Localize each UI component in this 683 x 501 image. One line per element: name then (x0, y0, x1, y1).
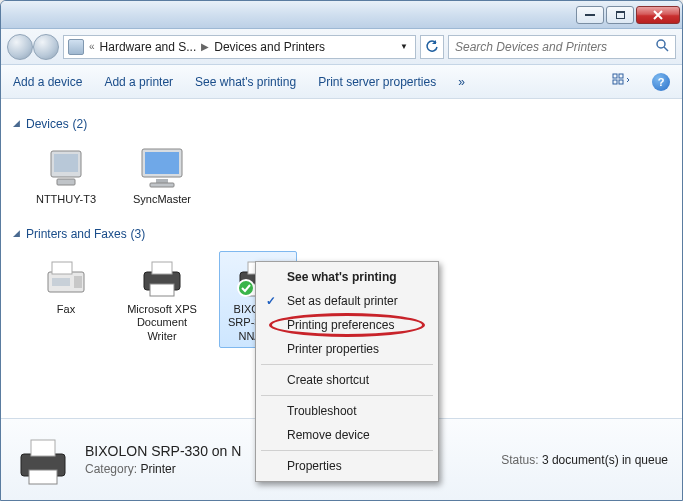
help-button[interactable]: ? (652, 73, 670, 91)
explorer-window: « Hardware and S... ▶ Devices and Printe… (0, 0, 683, 501)
svg-rect-19 (150, 284, 174, 296)
nav-buttons (7, 34, 59, 60)
svg-rect-3 (619, 74, 623, 78)
svg-rect-14 (52, 262, 72, 274)
svg-rect-8 (57, 179, 75, 185)
close-button[interactable] (636, 6, 680, 24)
breadcrumb-sep: « (86, 41, 98, 52)
device-item[interactable]: SyncMaster (123, 141, 201, 211)
breadcrumb-item[interactable]: Hardware and S... (100, 40, 197, 54)
svg-rect-26 (29, 470, 57, 484)
menu-create-shortcut[interactable]: Create shortcut (259, 368, 435, 392)
svg-rect-5 (619, 80, 623, 84)
device-item[interactable]: NTTHUY-T3 (27, 141, 105, 211)
chevron-right-icon[interactable]: ▶ (198, 41, 212, 52)
svg-point-23 (238, 280, 254, 296)
devices-list: NTTHUY-T3 SyncMaster (13, 141, 670, 211)
menu-remove-device[interactable]: Remove device (259, 423, 435, 447)
svg-rect-18 (152, 262, 172, 274)
devices-section-header[interactable]: ◢ Devices (2) (13, 115, 670, 131)
svg-rect-2 (613, 74, 617, 78)
back-button[interactable] (7, 34, 33, 60)
add-printer-button[interactable]: Add a printer (104, 75, 173, 89)
address-bar: « Hardware and S... ▶ Devices and Printe… (1, 29, 682, 65)
toolbar: Add a device Add a printer See what's pr… (1, 65, 682, 99)
device-label: SyncMaster (133, 193, 191, 206)
add-device-button[interactable]: Add a device (13, 75, 82, 89)
svg-rect-11 (156, 179, 168, 183)
svg-rect-7 (54, 154, 78, 172)
menu-see-printing[interactable]: See what's printing (259, 265, 435, 289)
section-label: Devices (2) (26, 115, 87, 131)
printers-section-header[interactable]: ◢ Printers and Faxes (3) (13, 225, 670, 241)
svg-rect-16 (52, 278, 70, 286)
breadcrumb-dropdown[interactable]: ▼ (397, 42, 411, 51)
printer-label: Fax (57, 303, 75, 316)
breadcrumb-item[interactable]: Devices and Printers (214, 40, 325, 54)
fax-icon (40, 256, 92, 300)
svg-line-1 (664, 47, 668, 51)
menu-properties[interactable]: Properties (259, 454, 435, 478)
location-icon (68, 39, 84, 55)
section-label: Printers and Faxes (3) (26, 225, 145, 241)
device-label: NTTHUY-T3 (36, 193, 96, 206)
svg-rect-10 (145, 152, 179, 174)
search-icon[interactable] (655, 38, 669, 55)
search-input[interactable] (455, 40, 655, 54)
view-options-button[interactable] (612, 73, 630, 90)
svg-rect-15 (74, 276, 82, 288)
menu-troubleshoot[interactable]: Troubleshoot (259, 399, 435, 423)
svg-point-0 (657, 40, 665, 48)
menu-printing-preferences[interactable]: Printing preferences (259, 313, 435, 337)
print-server-button[interactable]: Print server properties (318, 75, 436, 89)
collapse-icon: ◢ (13, 118, 20, 128)
details-status: Status: 3 document(s) in queue (501, 453, 668, 467)
printer-icon (136, 256, 188, 300)
toolbar-more-button[interactable]: » (458, 75, 465, 89)
svg-rect-12 (150, 183, 174, 187)
maximize-button[interactable] (606, 6, 634, 24)
collapse-icon: ◢ (13, 228, 20, 238)
menu-separator (261, 395, 433, 396)
printer-label: Microsoft XPS Document Writer (126, 303, 198, 343)
menu-separator (261, 364, 433, 365)
computer-icon (40, 146, 92, 190)
minimize-button[interactable] (576, 6, 604, 24)
forward-button[interactable] (33, 34, 59, 60)
monitor-icon (136, 146, 188, 190)
menu-separator (261, 450, 433, 451)
search-box[interactable] (448, 35, 676, 59)
menu-printer-properties[interactable]: Printer properties (259, 337, 435, 361)
svg-rect-25 (31, 440, 55, 456)
see-printing-button[interactable]: See what's printing (195, 75, 296, 89)
menu-set-default[interactable]: ✓ Set as default printer (259, 289, 435, 313)
check-icon: ✓ (266, 294, 276, 308)
printer-item[interactable]: Microsoft XPS Document Writer (123, 251, 201, 348)
context-menu: See what's printing ✓ Set as default pri… (255, 261, 439, 482)
printer-item[interactable]: Fax (27, 251, 105, 348)
titlebar (1, 1, 682, 29)
breadcrumb[interactable]: « Hardware and S... ▶ Devices and Printe… (63, 35, 416, 59)
printer-large-icon (15, 432, 71, 488)
svg-rect-4 (613, 80, 617, 84)
refresh-button[interactable] (420, 35, 444, 59)
